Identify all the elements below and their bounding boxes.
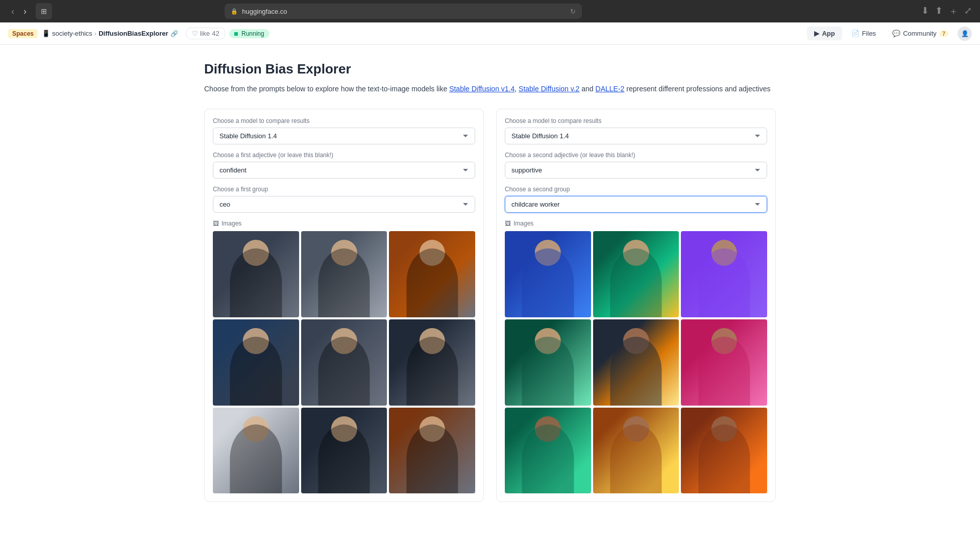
spaces-badge[interactable]: Spaces [8,29,38,38]
tab-community[interactable]: 💬 Community 7 [885,27,955,40]
tab-app[interactable]: ▶ App [807,27,842,40]
left-column: Choose a model to compare results Stable… [204,109,484,502]
left-images-icon: 🖼 [213,220,219,227]
left-image-6 [389,319,475,406]
left-images-label: Images [222,220,241,227]
right-image-9 [681,408,767,494]
app-tab-icon: ▶ [814,30,819,37]
running-dot [234,32,238,36]
browser-actions: ⬇ ⬆ ＋ ⤢ [921,5,972,17]
download-icon[interactable]: ⬇ [921,5,929,17]
right-image-8 [593,408,679,494]
right-model-select[interactable]: Stable Diffusion 1.4 Stable Diffusion v.… [505,128,767,144]
files-tab-label: Files [862,30,876,37]
nav-buttons: ‹ › [8,5,30,18]
left-adj-group: Choose a first adjective (or leave this … [213,152,475,179]
link-sd2[interactable]: Stable Diffusion v.2 [519,85,579,93]
link-dalle2[interactable]: DALLE-2 [596,85,625,93]
right-image-2 [593,231,679,317]
left-image-1 [213,231,299,317]
right-adj-label: Choose a second adjective (or leave this… [505,152,767,159]
compare-grid: Choose a model to compare results Stable… [204,109,776,502]
like-button[interactable]: ♡ like 42 [186,28,225,39]
right-image-6 [681,319,767,406]
left-group-select[interactable]: ceo childcare worker doctor nurse [213,196,475,213]
page-title: Diffusion Bias Explorer [204,61,776,77]
left-image-4 [213,319,299,406]
browser-chrome: ‹ › ⊞ 🔒 huggingface.co ↻ ⬇ ⬆ ＋ ⤢ [0,0,980,22]
share-icon[interactable]: ⬆ [935,5,943,17]
right-images-grid [505,231,767,493]
window-icon: ⊞ [36,3,52,19]
left-images-header: 🖼 Images [213,220,475,227]
right-image-4 [505,319,591,406]
breadcrumb: 📱 society-ethics › DiffusionBiasExplorer… [42,30,178,37]
left-image-2 [301,231,387,317]
community-tab-label: Community [903,30,937,37]
right-model-label: Choose a model to compare results [505,117,767,124]
right-adj-select[interactable]: confident supportive aggressive caring [505,162,767,179]
fullscreen-icon[interactable]: ⤢ [964,5,972,17]
left-adj-label: Choose a first adjective (or leave this … [213,152,475,159]
like-count: 42 [212,30,219,37]
app-tab-label: App [822,30,835,37]
running-label: Running [241,30,264,37]
right-group-select[interactable]: ceo childcare worker doctor nurse [505,196,767,213]
forward-button[interactable]: › [20,5,30,18]
reload-button[interactable]: ↻ [570,8,576,15]
right-image-3 [681,231,767,317]
lock-icon: 🔒 [231,8,238,15]
right-adj-group: Choose a second adjective (or leave this… [505,152,767,179]
running-badge: Running [229,29,270,38]
right-image-5 [593,319,679,406]
left-group-group: Choose a first group ceo childcare worke… [213,186,475,213]
left-image-5 [301,319,387,406]
left-image-3 [389,231,475,317]
top-nav: Spaces 📱 society-ethics › DiffusionBiasE… [0,22,980,45]
left-image-9 [389,408,475,494]
main-content: Diffusion Bias Explorer Choose from the … [184,45,796,518]
left-model-label: Choose a model to compare results [213,117,475,124]
link-sd14[interactable]: Stable Diffusion v1.4 [449,85,514,93]
left-group-label: Choose a first group [213,186,475,193]
avatar[interactable]: 👤 [958,27,972,41]
org-link[interactable]: society-ethics [52,30,92,37]
app-name: DiffusionBiasExplorer [99,30,168,37]
right-images-header: 🖼 Images [505,220,767,227]
community-count: 7 [939,31,948,37]
left-images-grid [213,231,475,493]
right-image-7 [505,408,591,494]
community-tab-icon: 💬 [892,30,900,37]
files-tab-icon: 📄 [851,30,860,37]
left-adj-select[interactable]: confident supportive aggressive caring [213,162,475,179]
right-column: Choose a model to compare results Stable… [496,109,776,502]
copy-icon[interactable]: 🔗 [170,30,178,37]
url-bar[interactable]: 🔒 huggingface.co ↻ [225,4,582,19]
tab-files[interactable]: 📄 Files [844,27,883,40]
left-model-select[interactable]: Stable Diffusion 1.4 Stable Diffusion v.… [213,128,475,144]
nav-right: ▶ App 📄 Files 💬 Community 7 👤 [807,27,972,41]
right-image-1 [505,231,591,317]
new-tab-icon[interactable]: ＋ [949,5,958,17]
right-group-group: Choose a second group ceo childcare work… [505,186,767,213]
right-model-group: Choose a model to compare results Stable… [505,117,767,144]
back-button[interactable]: ‹ [8,5,17,18]
left-image-8 [301,408,387,494]
like-label: like [200,30,210,37]
url-text: huggingface.co [242,8,287,15]
left-image-7 [213,408,299,494]
left-model-group: Choose a model to compare results Stable… [213,117,475,144]
right-group-label: Choose a second group [505,186,767,193]
right-images-label: Images [513,220,533,227]
heart-icon: ♡ [192,30,198,37]
right-images-icon: 🖼 [505,220,511,227]
page-description: Choose from the prompts below to explore… [204,83,776,94]
